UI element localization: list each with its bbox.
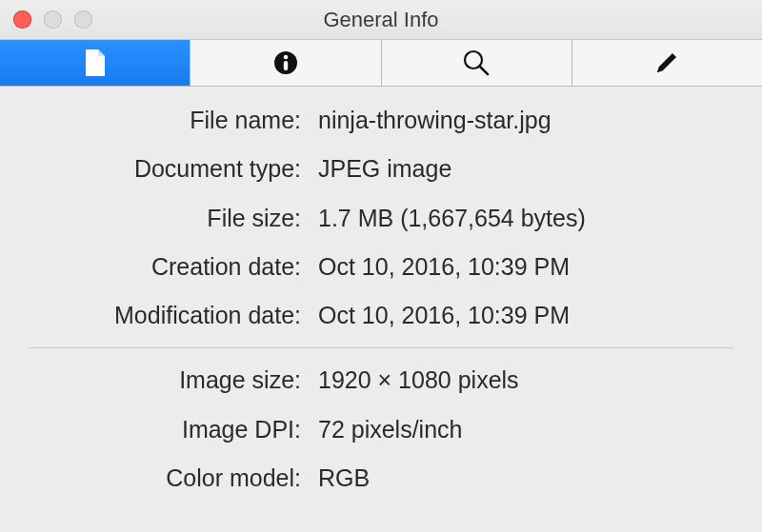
- value-file-name: ninja-throwing-star.jpg: [301, 106, 551, 135]
- row-file-name: File name: ninja-throwing-star.jpg: [0, 96, 762, 145]
- svg-rect-2: [284, 61, 288, 70]
- file-icon: [84, 49, 107, 76]
- label-file-name: File name:: [0, 106, 301, 135]
- row-document-type: Document type: JPEG image: [0, 145, 762, 193]
- window-title: General Info: [0, 8, 762, 32]
- search-icon: [462, 49, 491, 77]
- label-image-dpi: Image DPI:: [0, 415, 301, 444]
- row-creation-date: Creation date: Oct 10, 2016, 10:39 PM: [0, 243, 762, 291]
- row-image-size: Image size: 1920 × 1080 pixels: [0, 356, 762, 404]
- row-image-dpi: Image DPI: 72 pixels/inch: [0, 405, 762, 454]
- label-color-model: Color model:: [0, 463, 301, 493]
- label-file-size: File size:: [0, 204, 301, 233]
- info-icon: [272, 49, 299, 76]
- label-image-size: Image size:: [0, 365, 301, 395]
- tab-strip: [0, 40, 762, 87]
- value-file-size: 1.7 MB (1,667,654 bytes): [301, 204, 586, 233]
- label-creation-date: Creation date:: [0, 252, 301, 282]
- value-creation-date: Oct 10, 2016, 10:39 PM: [301, 252, 570, 282]
- row-modification-date: Modification date: Oct 10, 2016, 10:39 P…: [0, 291, 762, 340]
- svg-line-4: [480, 67, 488, 74]
- pencil-icon: [653, 49, 680, 76]
- value-modification-date: Oct 10, 2016, 10:39 PM: [301, 301, 570, 330]
- zoom-window-button[interactable]: [74, 10, 92, 29]
- svg-point-1: [284, 55, 289, 60]
- section-divider: [29, 347, 733, 348]
- window-controls: [13, 10, 92, 29]
- tab-search[interactable]: [382, 40, 572, 86]
- value-image-dpi: 72 pixels/inch: [301, 415, 462, 444]
- tab-info[interactable]: [190, 40, 381, 86]
- value-document-type: JPEG image: [301, 154, 451, 184]
- value-image-size: 1920 × 1080 pixels: [301, 365, 519, 395]
- label-modification-date: Modification date:: [0, 301, 301, 330]
- row-file-size: File size: 1.7 MB (1,667,654 bytes): [0, 194, 762, 243]
- tab-file[interactable]: [0, 40, 190, 86]
- tab-edit[interactable]: [572, 40, 762, 86]
- info-panel: File name: ninja-throwing-star.jpg Docum…: [0, 87, 762, 502]
- label-document-type: Document type:: [0, 154, 301, 184]
- close-window-button[interactable]: [13, 10, 31, 29]
- minimize-window-button[interactable]: [44, 10, 62, 29]
- row-color-model: Color model: RGB: [0, 454, 762, 502]
- titlebar: General Info: [0, 0, 762, 40]
- value-color-model: RGB: [301, 463, 370, 493]
